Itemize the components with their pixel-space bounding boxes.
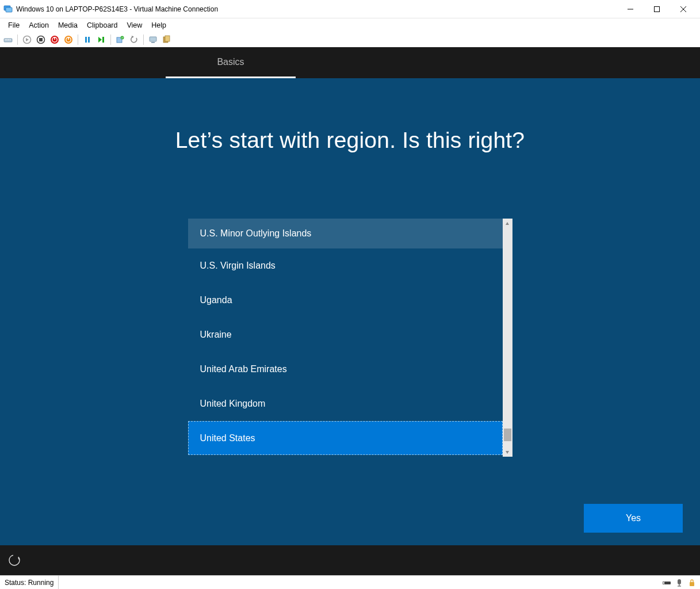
svg-rect-38: [678, 579, 681, 584]
window-title: Windows 10 on LAPTOP-P62S14E3 - Virtual …: [16, 5, 218, 13]
toolbar-separator: [143, 35, 144, 45]
svg-rect-14: [39, 38, 43, 41]
svg-rect-31: [165, 36, 170, 41]
scroll-up-arrow-icon[interactable]: [503, 219, 512, 228]
region-item[interactable]: United Kingdom: [188, 387, 503, 421]
region-item-label: Uganda: [200, 295, 232, 305]
svg-marker-32: [506, 222, 509, 225]
menubar: File Action Media Clipboard View Help: [0, 18, 700, 32]
ease-of-access-icon[interactable]: [8, 554, 21, 567]
svg-point-34: [9, 555, 20, 565]
region-list-container: U.S. Minor Outlying IslandsU.S. Virgin I…: [188, 219, 512, 457]
pause-icon[interactable]: [82, 34, 93, 45]
scrollbar-track[interactable]: [503, 228, 512, 447]
turn-off-icon[interactable]: [35, 34, 47, 45]
menu-clipboard[interactable]: Clipboard: [82, 20, 123, 30]
region-item[interactable]: Uganda: [188, 283, 503, 318]
vm-viewport: Basics Let’s start with region. Is this …: [0, 47, 700, 575]
region-item-label: United Arab Emirates: [200, 364, 287, 374]
enhanced-session-icon[interactable]: [147, 34, 159, 45]
oobe-tab-label: Basics: [217, 57, 244, 67]
toolbar-separator: [17, 35, 18, 45]
menu-view[interactable]: View: [122, 20, 147, 30]
yes-button-row: Yes: [0, 504, 700, 533]
checkpoint-icon[interactable]: [114, 34, 126, 45]
svg-marker-23: [98, 37, 102, 43]
reset-icon[interactable]: [95, 34, 107, 45]
svg-marker-33: [506, 451, 509, 454]
lock-icon: [687, 578, 697, 587]
ctrl-alt-del-icon[interactable]: [2, 34, 14, 45]
svg-rect-21: [85, 37, 87, 43]
region-item[interactable]: United States: [188, 421, 503, 455]
svg-rect-24: [102, 37, 104, 43]
scrollbar-thumb[interactable]: [504, 429, 511, 441]
svg-rect-29: [151, 42, 155, 43]
maximize-button[interactable]: [644, 0, 670, 18]
region-item[interactable]: U.S. Virgin Islands: [188, 248, 503, 283]
svg-rect-9: [8, 40, 9, 40]
yes-button-label: Yes: [626, 513, 641, 523]
region-item[interactable]: U.S. Minor Outlying Islands: [188, 219, 503, 248]
region-list[interactable]: U.S. Minor Outlying IslandsU.S. Virgin I…: [188, 219, 503, 457]
oobe-main: Let’s start with region. Is this right? …: [0, 78, 700, 545]
toolbar: [0, 32, 700, 47]
speaker-icon: [675, 578, 684, 587]
minimize-button[interactable]: [617, 0, 644, 18]
region-item-label: Ukraine: [200, 330, 232, 340]
menu-help[interactable]: Help: [147, 20, 171, 30]
encryption-icon: [662, 578, 671, 587]
region-item-label: United Kingdom: [200, 399, 266, 409]
save-icon[interactable]: [63, 34, 74, 45]
region-item-label: U.S. Virgin Islands: [200, 261, 276, 271]
share-icon[interactable]: [161, 34, 173, 45]
scroll-down-arrow-icon[interactable]: [503, 447, 512, 457]
menu-media[interactable]: Media: [53, 20, 82, 30]
region-item[interactable]: United Arab Emirates: [188, 352, 503, 387]
app-icon: [3, 5, 13, 14]
titlebar: Windows 10 on LAPTOP-P62S14E3 - Virtual …: [0, 0, 700, 18]
revert-icon[interactable]: [128, 34, 140, 45]
shutdown-icon[interactable]: [49, 34, 60, 45]
start-icon[interactable]: [21, 34, 33, 45]
statusbar: Status: Running: [0, 575, 700, 589]
region-item[interactable]: Ukraine: [188, 318, 503, 352]
yes-button[interactable]: Yes: [584, 504, 683, 533]
svg-rect-1: [6, 7, 12, 12]
svg-rect-7: [5, 40, 6, 40]
oobe-bottombar: [0, 545, 700, 575]
svg-rect-6: [4, 39, 12, 42]
svg-rect-8: [6, 40, 7, 40]
oobe-tab-basics[interactable]: Basics: [166, 47, 296, 78]
oobe-topbar: Basics: [0, 47, 700, 78]
region-item-label: United States: [200, 433, 255, 443]
region-item-label: U.S. Minor Outlying Islands: [200, 228, 312, 239]
svg-marker-12: [26, 38, 29, 41]
svg-rect-10: [10, 40, 11, 40]
svg-rect-41: [690, 582, 694, 586]
toolbar-separator: [110, 35, 111, 45]
svg-rect-22: [88, 37, 90, 43]
menu-action[interactable]: Action: [24, 20, 53, 30]
toolbar-separator: [78, 35, 78, 45]
menu-file[interactable]: File: [3, 20, 24, 30]
svg-marker-27: [132, 36, 134, 38]
svg-rect-28: [150, 37, 156, 41]
oobe-heading: Let’s start with region. Is this right?: [175, 128, 525, 153]
svg-rect-3: [655, 6, 660, 12]
close-button[interactable]: [670, 0, 697, 18]
region-scrollbar[interactable]: [503, 219, 512, 457]
status-text: Status: Running: [3, 576, 59, 589]
